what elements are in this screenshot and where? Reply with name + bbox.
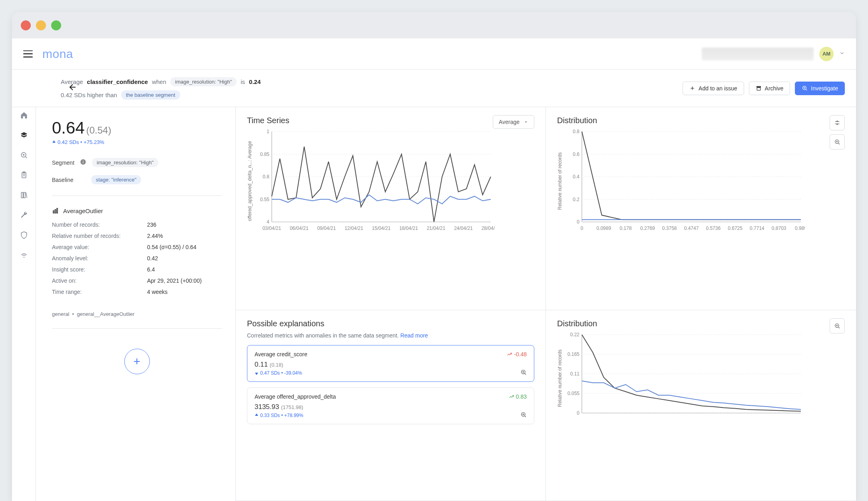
user-avatar[interactable]: AM xyxy=(819,47,834,61)
ctx-baseline-chip[interactable]: the baseline segment xyxy=(121,90,180,100)
svg-text:21/04/21: 21/04/21 xyxy=(427,226,446,231)
dist1-ylabel: Relative number of records xyxy=(557,129,563,233)
distribution-2-cell: Distribution Relative number of records … xyxy=(546,310,856,501)
svg-text:0.85: 0.85 xyxy=(260,152,270,157)
ctx-filter-chip[interactable]: image_resolution: "High" xyxy=(170,77,237,86)
archive-button[interactable]: Archive xyxy=(749,82,790,95)
stat-v7: 4 weeks xyxy=(147,289,222,295)
menu-icon[interactable] xyxy=(23,50,33,58)
exp-item-delta: 0.33 SDs • +78.99% xyxy=(255,413,527,418)
svg-rect-18 xyxy=(24,192,25,198)
segment-chip[interactable]: image_resolution: "High" xyxy=(92,158,158,167)
svg-text:1: 1 xyxy=(267,129,269,134)
exp-item-value: 3135.93 (1751.98) xyxy=(255,403,527,411)
chevron-down-icon[interactable] xyxy=(839,50,845,57)
stat-k5: Insight score: xyxy=(52,266,144,273)
stat-k6: Active on: xyxy=(52,277,144,284)
ts-ylabel: offered_approved_delta_n...: Average xyxy=(247,129,253,233)
svg-text:12/04/21: 12/04/21 xyxy=(344,226,363,231)
svg-line-10 xyxy=(25,157,27,158)
exp-zoom-icon[interactable] xyxy=(520,369,527,377)
split-icon[interactable] xyxy=(830,115,845,130)
svg-text:0.4: 0.4 xyxy=(573,174,579,180)
add-label: Add to an issue xyxy=(699,85,737,92)
books-icon[interactable] xyxy=(20,191,28,199)
svg-rect-21 xyxy=(83,162,83,164)
svg-line-81 xyxy=(525,416,526,417)
context-bar: Average classifier_confidence when image… xyxy=(12,70,856,107)
svg-text:0.55: 0.55 xyxy=(260,197,270,202)
svg-text:0.2: 0.2 xyxy=(573,197,579,202)
svg-rect-3 xyxy=(756,86,760,88)
exp-sub-text: Correlated metrics with anomalies in the… xyxy=(247,332,399,339)
time-series-chart: 10.850.80.55403/04/2106/04/2109/04/2112/… xyxy=(255,129,495,233)
svg-text:0: 0 xyxy=(581,226,583,231)
app-logo: mona xyxy=(42,47,73,61)
exp-item-value: 0.11 (0.18) xyxy=(255,361,527,369)
explanation-card[interactable]: Average offered_approved_delta0.833135.9… xyxy=(247,387,534,424)
ts-agg-label: Average xyxy=(499,119,520,125)
baseline-chip-2[interactable]: stage: "inference" xyxy=(91,175,141,184)
window-minimize[interactable] xyxy=(36,20,46,30)
add-to-issue-button[interactable]: Add to an issue xyxy=(683,82,744,95)
svg-text:28/04/21: 28/04/21 xyxy=(482,226,495,231)
window-close[interactable] xyxy=(21,20,31,30)
svg-text:0.6: 0.6 xyxy=(573,152,579,157)
stat-v2: 2.44% xyxy=(147,233,222,239)
insights-icon[interactable] xyxy=(20,131,28,139)
svg-text:0: 0 xyxy=(577,219,579,225)
read-more-link[interactable]: Read more xyxy=(400,332,428,339)
time-series-cell: Time Series Average offered_approved_del… xyxy=(236,107,546,310)
exp-subtitle: Correlated metrics with anomalies in the… xyxy=(247,332,534,339)
charts-panel: Time Series Average offered_approved_del… xyxy=(236,107,856,501)
window-maximize[interactable] xyxy=(51,20,61,30)
svg-text:0.22: 0.22 xyxy=(570,332,580,337)
distribution-1-chart: 0.80.60.40.2000.09890.1780.27690.37580.4… xyxy=(565,129,805,233)
svg-text:0.5736: 0.5736 xyxy=(706,226,721,231)
wrench-icon[interactable] xyxy=(20,211,28,219)
ts-agg-dropdown[interactable]: Average xyxy=(493,115,534,129)
distribution-1-cell: Distribution Relative number of records … xyxy=(546,107,856,310)
ctx-sd-higher: 0.42 SDs higher than xyxy=(61,92,117,98)
svg-text:0.178: 0.178 xyxy=(620,226,632,231)
svg-rect-17 xyxy=(21,192,23,198)
context-line-2: 0.42 SDs higher than the baseline segmen… xyxy=(61,90,261,100)
svg-text:0: 0 xyxy=(577,410,579,416)
kpi-delta: 0.42 SDs • +75.23% xyxy=(52,139,222,145)
zoom-chart-2-icon[interactable] xyxy=(830,318,845,333)
svg-text:0.165: 0.165 xyxy=(567,351,579,357)
dist2-title: Distribution xyxy=(557,319,845,328)
zoom-icon[interactable] xyxy=(20,151,28,159)
home-icon[interactable] xyxy=(20,111,28,119)
svg-text:0.11: 0.11 xyxy=(570,371,580,377)
average-outlier-heading: AverageOutlier xyxy=(52,207,222,214)
svg-line-19 xyxy=(26,192,27,198)
exp-correlation: 0.83 xyxy=(509,393,527,400)
svg-line-6 xyxy=(806,89,807,90)
exp-zoom-icon[interactable] xyxy=(520,411,527,419)
ctx-value: 0.24 xyxy=(249,78,261,85)
svg-line-50 xyxy=(838,143,840,144)
stat-v4: 0.42 xyxy=(147,255,222,261)
mac-titlebar xyxy=(12,12,856,38)
svg-text:0.8703: 0.8703 xyxy=(772,226,786,231)
clipboard-icon[interactable] xyxy=(20,171,28,179)
svg-text:0.6725: 0.6725 xyxy=(728,226,743,231)
svg-text:18/04/21: 18/04/21 xyxy=(399,226,418,231)
svg-text:0.4747: 0.4747 xyxy=(684,226,699,231)
svg-text:0.3758: 0.3758 xyxy=(662,226,677,231)
add-fab[interactable]: + xyxy=(124,349,150,374)
svg-text:0.7714: 0.7714 xyxy=(750,226,764,231)
stat-v3: 0.54 (σ=0.55) / 0.64 xyxy=(147,244,222,250)
account-context-blurred xyxy=(702,48,814,60)
ao-title: AverageOutlier xyxy=(63,208,103,214)
svg-text:24/04/21: 24/04/21 xyxy=(454,226,473,231)
svg-text:0.2769: 0.2769 xyxy=(640,226,655,231)
info-icon[interactable] xyxy=(80,159,86,166)
shield-icon[interactable] xyxy=(20,231,28,239)
svg-rect-24 xyxy=(55,210,56,213)
explanation-card[interactable]: Average credit_score-0.480.11 (0.18)0.47… xyxy=(247,345,534,382)
investigate-button[interactable]: Investigate xyxy=(795,82,845,95)
zoom-chart-icon[interactable] xyxy=(830,134,845,150)
wifi-icon[interactable] xyxy=(20,251,28,259)
